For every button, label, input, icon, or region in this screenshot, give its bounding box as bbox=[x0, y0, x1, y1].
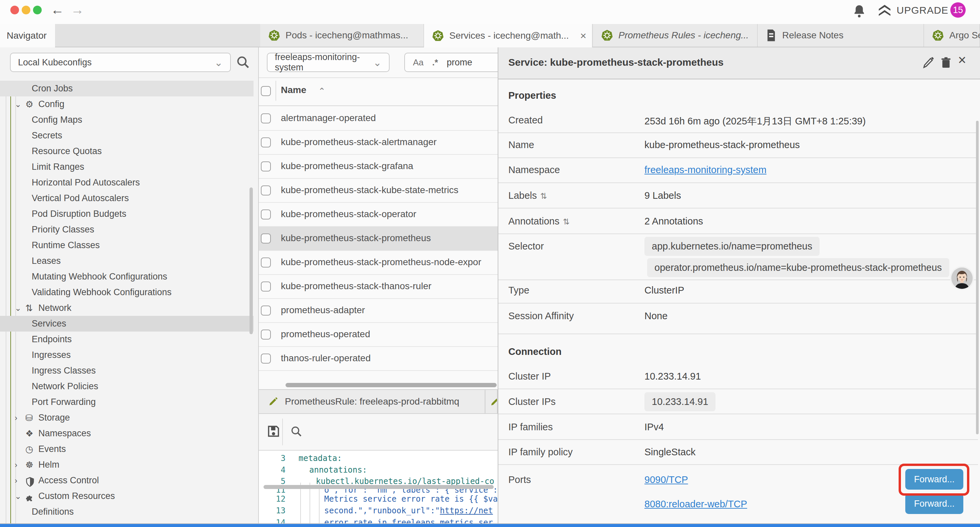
detail-panel-scrollbar[interactable] bbox=[976, 121, 978, 434]
table-row[interactable]: alertmanager-operated bbox=[259, 107, 498, 131]
sidebar-item-services[interactable]: Services bbox=[0, 316, 253, 331]
sidebar-item-network[interactable]: ⌄⇅Network bbox=[0, 300, 253, 316]
sidebar-item-leases[interactable]: Leases bbox=[0, 253, 253, 269]
tab-prometheus-rules[interactable]: Prometheus Rules - icecheng... bbox=[593, 24, 757, 47]
match-case-toggle[interactable]: Aa bbox=[413, 57, 424, 68]
notifications-bell-icon[interactable] bbox=[853, 4, 866, 19]
kubeconfig-selector[interactable]: Local Kubeconfigs ⌄ bbox=[10, 53, 231, 72]
sidebar-item-storage[interactable]: ›⛁Storage bbox=[0, 410, 253, 426]
sidebar-item-resource-quotas[interactable]: Resource Quotas bbox=[0, 143, 253, 159]
table-row[interactable]: kube-prometheus-stack-prometheus-node-ex… bbox=[259, 251, 498, 275]
upgrade-chevrons-icon[interactable] bbox=[877, 3, 892, 18]
sort-icon[interactable]: ⇅ bbox=[540, 191, 547, 201]
row-checkbox[interactable] bbox=[261, 185, 271, 196]
port-link[interactable]: 8080:reloader-web/TCP bbox=[644, 498, 747, 509]
sidebar-item-pod-disruption-budgets[interactable]: Pod Disruption Budgets bbox=[0, 206, 253, 222]
editor-horizontal-scrollbar[interactable] bbox=[264, 485, 494, 489]
sidebar-item-ingress-classes[interactable]: Ingress Classes bbox=[0, 363, 253, 379]
table-row[interactable]: kube-prometheus-stack-kube-state-metrics bbox=[259, 179, 498, 203]
sidebar-item-events[interactable]: ◷Events bbox=[0, 441, 253, 457]
row-checkbox[interactable] bbox=[261, 306, 271, 315]
sidebar-item-port-forwarding[interactable]: Port Forwarding bbox=[0, 394, 253, 410]
forward-icon[interactable]: → bbox=[71, 3, 84, 16]
notification-count-badge[interactable]: 15 bbox=[950, 2, 966, 18]
row-checkbox[interactable] bbox=[261, 234, 271, 244]
sidebar-scrollbar[interactable] bbox=[250, 188, 253, 334]
code-line: Metrics service error rate is {{ $va bbox=[324, 493, 498, 505]
delete-trash-icon[interactable] bbox=[939, 56, 953, 69]
runbook-url-link: https://net bbox=[440, 506, 493, 515]
port-link[interactable]: 9090/TCP bbox=[644, 474, 688, 485]
row-checkbox[interactable] bbox=[261, 113, 271, 123]
regex-toggle[interactable]: .* bbox=[432, 57, 438, 68]
name-column-header[interactable]: Name bbox=[281, 85, 306, 96]
chevron-right-icon: › bbox=[15, 460, 25, 470]
namespace-filter-select[interactable]: freeleaps-monitoring-system ⌄ bbox=[267, 53, 390, 72]
sidebar-item-cron-jobs[interactable]: Cron Jobs bbox=[0, 81, 253, 96]
row-checkbox[interactable] bbox=[261, 161, 271, 172]
close-panel-icon[interactable]: × bbox=[958, 52, 966, 68]
editor-search-icon[interactable] bbox=[290, 425, 303, 438]
sidebar-item-config[interactable]: ⌄⚙Config bbox=[0, 96, 253, 112]
sidebar-item-secrets[interactable]: Secrets bbox=[0, 128, 253, 143]
editor-tab-next-partial[interactable] bbox=[486, 390, 498, 413]
table-horizontal-scrollbar[interactable] bbox=[286, 383, 497, 387]
back-icon[interactable]: ← bbox=[51, 3, 64, 16]
sidebar-item-runtime-classes[interactable]: Runtime Classes bbox=[0, 237, 253, 253]
forward-port-button[interactable]: Forward... bbox=[905, 493, 963, 514]
list-search-input[interactable]: Aa .* prome bbox=[404, 53, 498, 72]
sidebar-item-namespaces[interactable]: ❖Namespaces bbox=[0, 426, 253, 441]
close-tab-icon[interactable]: × bbox=[580, 30, 586, 42]
select-all-checkbox[interactable] bbox=[261, 86, 271, 96]
upgrade-label[interactable]: UPGRADE bbox=[897, 5, 948, 16]
tab-argo[interactable]: Argo Se bbox=[924, 24, 980, 47]
line-number: 4 bbox=[259, 464, 286, 476]
sidebar-item-validating-webhook-configurations[interactable]: Validating Webhook Configurations bbox=[0, 285, 253, 300]
table-row[interactable]: kube-prometheus-stack-alertmanager bbox=[259, 131, 498, 155]
table-row[interactable]: kube-prometheus-stack-grafana bbox=[259, 155, 498, 179]
namespace-link[interactable]: freeleaps-monitoring-system bbox=[644, 164, 767, 175]
row-divider bbox=[498, 182, 978, 183]
sidebar-item-endpoints[interactable]: Endpoints bbox=[0, 331, 253, 347]
sidebar-item-limit-ranges[interactable]: Limit Ranges bbox=[0, 159, 253, 175]
sidebar-item-access-control[interactable]: ›Access Control bbox=[0, 473, 253, 488]
minimize-window-button[interactable] bbox=[22, 6, 30, 14]
tab-pods[interactable]: Pods - icecheng@mathmas... bbox=[260, 24, 424, 47]
sidebar-item-custom-resources[interactable]: ⌄Custom Resources bbox=[0, 488, 253, 504]
row-checkbox[interactable] bbox=[261, 330, 271, 339]
row-checkbox[interactable] bbox=[261, 137, 271, 147]
kubernetes-icon bbox=[932, 29, 944, 41]
sidebar-item-horizontal-pod-autoscalers[interactable]: Horizontal Pod Autoscalers bbox=[0, 175, 253, 191]
sidebar-item-ingresses[interactable]: Ingresses bbox=[0, 347, 253, 363]
save-icon[interactable] bbox=[266, 424, 281, 439]
row-checkbox[interactable] bbox=[261, 282, 271, 291]
kubeconfig-selector-value: Local Kubeconfigs bbox=[18, 57, 92, 68]
yaml-editor[interactable]: 3metadata: 4annotations: 5kubectl.kubern… bbox=[259, 450, 498, 524]
sidebar-item-config-maps[interactable]: Config Maps bbox=[0, 112, 253, 128]
maximize-window-button[interactable] bbox=[33, 6, 42, 14]
close-window-button[interactable] bbox=[10, 6, 19, 14]
sidebar-item-helm[interactable]: ›☸Helm bbox=[0, 457, 253, 473]
row-checkbox[interactable] bbox=[261, 353, 271, 363]
table-row[interactable]: prometheus-adapter bbox=[259, 299, 498, 323]
tab-services[interactable]: Services - icecheng@math... × bbox=[424, 24, 592, 47]
sidebar-item-vertical-pod-autoscalers[interactable]: Vertical Pod Autoscalers bbox=[0, 191, 253, 206]
table-row[interactable]: prometheus-operated bbox=[259, 323, 498, 347]
sidebar-item-network-policies[interactable]: Network Policies bbox=[0, 379, 253, 394]
table-row[interactable]: thanos-ruler-operated bbox=[259, 347, 498, 371]
table-row[interactable]: kube-prometheus-stack-thanos-ruler bbox=[259, 275, 498, 299]
sort-icon[interactable]: ⇅ bbox=[563, 217, 570, 226]
sidebar-item-priority-classes[interactable]: Priority Classes bbox=[0, 222, 253, 237]
sidebar-search-icon[interactable] bbox=[235, 55, 250, 69]
sidebar-item-definitions[interactable]: Definitions bbox=[0, 504, 253, 520]
row-checkbox[interactable] bbox=[261, 209, 271, 220]
table-row-selected[interactable]: kube-prometheus-stack-prometheus bbox=[259, 227, 498, 251]
sidebar-item-mutating-webhook-configurations[interactable]: Mutating Webhook Configurations bbox=[0, 269, 253, 285]
table-row[interactable]: kube-prometheus-stack-operator bbox=[259, 203, 498, 227]
editor-tab-prometheusrule[interactable]: PrometheusRule: freeleaps-prod-rabbitmq bbox=[259, 390, 485, 413]
tab-release-notes[interactable]: Release Notes bbox=[757, 24, 924, 47]
row-checkbox[interactable] bbox=[261, 258, 271, 267]
edit-pencil-icon[interactable] bbox=[922, 56, 935, 69]
avatar[interactable] bbox=[950, 266, 974, 290]
tab-navigator[interactable]: Navigator bbox=[0, 24, 55, 47]
